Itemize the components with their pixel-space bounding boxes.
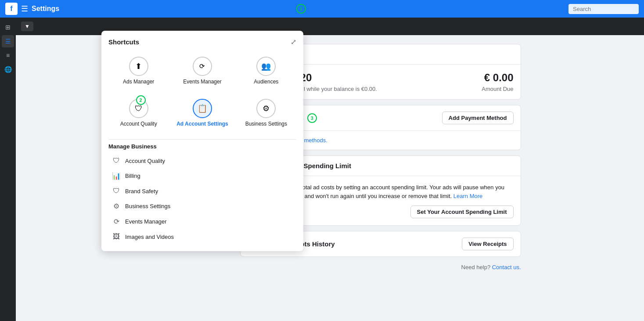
- menu-billing-label: Billing: [125, 173, 140, 179]
- menu-brand-safety-icon: 🛡: [112, 187, 121, 195]
- topbar: f ☰ Settings 1: [0, 0, 644, 18]
- left-sidebar-strip: ⊞ ☰ ≡ 🌐: [0, 18, 16, 321]
- events-manager-label: Events Manager: [183, 79, 221, 85]
- audiences-label: Audiences: [254, 79, 278, 85]
- shortcuts-header: Shortcuts ⤢: [108, 38, 296, 46]
- shortcuts-title: Shortcuts: [108, 38, 139, 46]
- sub-nav-dropdown[interactable]: ▼: [21, 22, 33, 31]
- contact-us-link[interactable]: Contact us.: [492, 264, 521, 271]
- events-manager-icon: ⟳: [193, 57, 212, 76]
- view-receipts-button[interactable]: View Receipts: [462, 238, 513, 250]
- shortcut-ad-account-settings[interactable]: 📋 Ad Account Settings: [172, 94, 232, 132]
- manage-business-list: 🛡 Account Quality 📊 Billing 🛡 Brand Safe…: [108, 153, 296, 244]
- menu-business-settings-label: Business Settings: [125, 203, 170, 209]
- business-settings-icon: ⚙: [256, 99, 276, 118]
- menu-item-images-videos[interactable]: 🖼 Images and Videos: [108, 229, 296, 244]
- menu-brand-safety-label: Brand Safety: [125, 188, 158, 195]
- ad-account-settings-icon: 📋: [193, 99, 212, 118]
- business-settings-label: Business Settings: [245, 121, 287, 127]
- main-area: ⊞ ☰ ≡ 🌐 ▼ Shortcuts ⤢ ⬆ Ads Manager ⟳ Ev…: [16, 18, 644, 321]
- divider-1: [108, 139, 296, 140]
- ads-manager-icon: ⬆: [129, 57, 148, 76]
- pm-badge-3: 3: [307, 113, 317, 123]
- ads-manager-label: Ads Manager: [123, 79, 154, 85]
- bill-amount-label: Amount Due: [482, 86, 513, 92]
- shortcut-business-settings[interactable]: ⚙ Business Settings: [236, 94, 296, 132]
- shortcut-events-manager[interactable]: ⟳ Events Manager: [172, 51, 232, 90]
- menu-events-manager-icon: ⟳: [112, 217, 121, 226]
- ad-account-settings-label: Ad Account Settings: [176, 121, 228, 127]
- bill-right: € 0.00 Amount Due: [482, 72, 513, 92]
- topbar-title: Settings: [32, 5, 295, 13]
- learn-more-link[interactable]: Learn More: [453, 193, 482, 199]
- topbar-badge-1: 1: [296, 4, 306, 14]
- account-quality-label: Account Quality: [120, 121, 157, 127]
- menu-item-events-manager[interactable]: ⟳ Events Manager: [108, 214, 296, 229]
- menu-business-settings-icon: ⚙: [112, 202, 121, 210]
- menu-images-videos-icon: 🖼: [112, 233, 121, 241]
- menu-item-brand-safety[interactable]: 🛡 Brand Safety: [108, 184, 296, 198]
- manage-business-title: Manage Business: [108, 143, 296, 150]
- strip-icon-globe[interactable]: 🌐: [2, 63, 14, 76]
- badge-2: 2: [136, 95, 146, 105]
- shortcuts-panel: Shortcuts ⤢ ⬆ Ads Manager ⟳ Events Manag…: [101, 31, 303, 251]
- fb-logo: f: [5, 3, 18, 15]
- menu-events-manager-label: Events Manager: [125, 218, 167, 225]
- strip-icon-list[interactable]: ≡: [2, 49, 14, 61]
- menu-account-quality-label: Account Quality: [125, 158, 165, 164]
- bill-amount: € 0.00: [482, 72, 513, 84]
- menu-item-account-quality[interactable]: 🛡 Account Quality: [108, 153, 296, 168]
- shortcut-ads-manager[interactable]: ⬆ Ads Manager: [108, 51, 169, 90]
- strip-icon-menu[interactable]: ☰: [2, 35, 14, 47]
- help-label: Need help?: [461, 264, 491, 271]
- menu-account-quality-icon: 🛡: [112, 157, 121, 165]
- menu-item-business-settings[interactable]: ⚙ Business Settings: [108, 198, 296, 214]
- menu-billing-icon: 📊: [112, 172, 121, 180]
- add-payment-method-button[interactable]: Add Payment Method: [442, 112, 514, 124]
- expand-icon[interactable]: ⤢: [291, 38, 296, 46]
- help-text: Need help? Contact us.: [240, 262, 521, 272]
- hamburger-icon[interactable]: ☰: [21, 4, 28, 14]
- shortcuts-grid: ⬆ Ads Manager ⟳ Events Manager 👥 Audienc…: [108, 51, 296, 132]
- audiences-icon: 👥: [256, 57, 276, 76]
- shortcut-account-quality[interactable]: 2 🛡 Account Quality: [108, 94, 169, 132]
- menu-item-billing[interactable]: 📊 Billing: [108, 168, 296, 184]
- set-spending-limit-button[interactable]: Set Your Account Spending Limit: [410, 206, 514, 218]
- search-input[interactable]: [568, 4, 639, 14]
- strip-icon-grid[interactable]: ⊞: [2, 21, 14, 33]
- menu-images-videos-label: Images and Videos: [125, 234, 174, 240]
- shortcut-audiences[interactable]: 👥 Audiences: [236, 51, 296, 90]
